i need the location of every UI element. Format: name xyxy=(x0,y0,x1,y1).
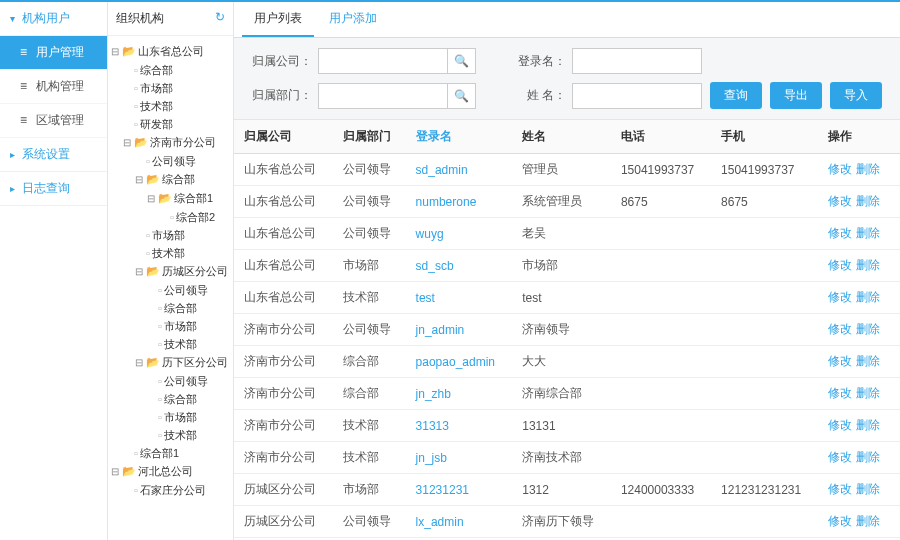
import-button[interactable]: 导入 xyxy=(830,82,882,109)
tree-node[interactable]: ⊟📂河北总公司 xyxy=(110,462,231,481)
tree-node[interactable]: ▫市场部 xyxy=(110,317,231,335)
tree-node[interactable]: ▫综合部 xyxy=(110,61,231,79)
filter-login-input[interactable] xyxy=(572,48,702,74)
delete-link[interactable]: 删除 xyxy=(856,322,880,336)
col-dept[interactable]: 归属部门 xyxy=(333,120,406,154)
edit-link[interactable]: 修改 xyxy=(828,354,852,368)
login-link[interactable]: lx_admin xyxy=(416,515,464,529)
nav-group-system[interactable]: ▸ 系统设置 xyxy=(0,138,107,172)
col-phone[interactable]: 电话 xyxy=(611,120,711,154)
edit-link[interactable]: 修改 xyxy=(828,226,852,240)
tree-node[interactable]: ▫综合部 xyxy=(110,390,231,408)
login-link[interactable]: wuyg xyxy=(416,227,444,241)
export-button[interactable]: 导出 xyxy=(770,82,822,109)
tree-node[interactable]: ⊟📂济南市分公司 xyxy=(110,133,231,152)
cell-mobile xyxy=(711,218,818,250)
login-link[interactable]: test xyxy=(416,291,435,305)
tree-toggle-icon[interactable]: ⊟ xyxy=(134,355,144,371)
col-name[interactable]: 姓名 xyxy=(512,120,611,154)
login-link[interactable]: numberone xyxy=(416,195,477,209)
tree-node[interactable]: ▫技术部 xyxy=(110,335,231,353)
login-link[interactable]: sd_admin xyxy=(416,163,468,177)
file-icon: ▫ xyxy=(158,320,162,332)
tree-toggle-icon[interactable]: ⊟ xyxy=(110,464,120,480)
tree-node[interactable]: ▫公司领导 xyxy=(110,152,231,170)
tree-toggle-icon[interactable]: ⊟ xyxy=(110,44,120,60)
edit-link[interactable]: 修改 xyxy=(828,290,852,304)
login-link[interactable]: jn_admin xyxy=(416,323,465,337)
tree-node[interactable]: ▫公司领导 xyxy=(110,372,231,390)
login-link[interactable]: sd_scb xyxy=(416,259,454,273)
col-op[interactable]: 操作 xyxy=(818,120,900,154)
edit-link[interactable]: 修改 xyxy=(828,322,852,336)
delete-link[interactable]: 删除 xyxy=(856,418,880,432)
tree-toggle-icon[interactable]: ⊟ xyxy=(134,264,144,280)
nav-group-log[interactable]: ▸ 日志查询 xyxy=(0,172,107,206)
col-login[interactable]: 登录名 xyxy=(406,120,513,154)
tree-node[interactable]: ⊟📂山东省总公司 xyxy=(110,42,231,61)
login-link[interactable]: jn_jsb xyxy=(416,451,447,465)
tree-node[interactable]: ▫市场部 xyxy=(110,226,231,244)
sidebar-item[interactable]: ≡区域管理 xyxy=(0,104,107,138)
login-link[interactable]: paopao_admin xyxy=(416,355,495,369)
tree-node[interactable]: ⊟📂历下区分公司 xyxy=(110,353,231,372)
edit-link[interactable]: 修改 xyxy=(828,162,852,176)
edit-link[interactable]: 修改 xyxy=(828,514,852,528)
search-icon[interactable]: 🔍 xyxy=(448,83,476,109)
col-company[interactable]: 归属公司 xyxy=(234,120,333,154)
nav-group-label: 机构用户 xyxy=(22,11,70,25)
tree-node[interactable]: ⊟📂综合部1 xyxy=(110,189,231,208)
tree-node[interactable]: ⊟📂历城区分公司 xyxy=(110,262,231,281)
delete-link[interactable]: 删除 xyxy=(856,450,880,464)
tree-node[interactable]: ▫综合部2 xyxy=(110,208,231,226)
delete-link[interactable]: 删除 xyxy=(856,482,880,496)
edit-link[interactable]: 修改 xyxy=(828,482,852,496)
col-mobile[interactable]: 手机 xyxy=(711,120,818,154)
delete-link[interactable]: 删除 xyxy=(856,194,880,208)
tree-node[interactable]: ▫市场部 xyxy=(110,408,231,426)
tree-toggle-icon[interactable]: ⊟ xyxy=(146,191,156,207)
edit-link[interactable]: 修改 xyxy=(828,386,852,400)
edit-link[interactable]: 修改 xyxy=(828,258,852,272)
tree-node[interactable]: ▫研发部 xyxy=(110,115,231,133)
tree-node[interactable]: ▫技术部 xyxy=(110,244,231,262)
search-icon[interactable]: 🔍 xyxy=(448,48,476,74)
tab-user-list[interactable]: 用户列表 xyxy=(242,2,314,37)
edit-link[interactable]: 修改 xyxy=(828,194,852,208)
filter-dept-input[interactable] xyxy=(318,83,448,109)
delete-link[interactable]: 删除 xyxy=(856,226,880,240)
sidebar-item[interactable]: ≡机构管理 xyxy=(0,70,107,104)
cell-op: 修改删除 xyxy=(818,250,900,282)
tree-node[interactable]: ▫市场部 xyxy=(110,79,231,97)
edit-link[interactable]: 修改 xyxy=(828,450,852,464)
login-link[interactable]: 31313 xyxy=(416,419,449,433)
delete-link[interactable]: 删除 xyxy=(856,514,880,528)
tree-node[interactable]: ⊟📂综合部 xyxy=(110,170,231,189)
delete-link[interactable]: 删除 xyxy=(856,386,880,400)
query-button[interactable]: 查询 xyxy=(710,82,762,109)
nav-group-org-users[interactable]: ▾ 机构用户 xyxy=(0,2,107,36)
filter-company-input[interactable] xyxy=(318,48,448,74)
delete-link[interactable]: 删除 xyxy=(856,162,880,176)
sidebar-item[interactable]: ≡用户管理 xyxy=(0,36,107,70)
tree-toggle-icon[interactable]: ⊟ xyxy=(134,172,144,188)
tree-node[interactable]: ▫技术部 xyxy=(110,426,231,444)
tree-toggle-icon[interactable]: ⊟ xyxy=(122,135,132,151)
cell-login: test xyxy=(406,282,513,314)
delete-link[interactable]: 删除 xyxy=(856,258,880,272)
tree-node[interactable]: ▫综合部1 xyxy=(110,444,231,462)
tree-node-label: 市场部 xyxy=(152,229,185,241)
tree-node[interactable]: ▫综合部 xyxy=(110,299,231,317)
edit-link[interactable]: 修改 xyxy=(828,418,852,432)
tree-node[interactable]: ▫技术部 xyxy=(110,97,231,115)
delete-link[interactable]: 删除 xyxy=(856,354,880,368)
login-link[interactable]: jn_zhb xyxy=(416,387,451,401)
tree-node[interactable]: ▫公司领导 xyxy=(110,281,231,299)
cell-op: 修改删除 xyxy=(818,474,900,506)
delete-link[interactable]: 删除 xyxy=(856,290,880,304)
refresh-icon[interactable]: ↻ xyxy=(215,10,225,24)
filter-name-input[interactable] xyxy=(572,83,702,109)
tab-user-add[interactable]: 用户添加 xyxy=(317,2,389,35)
login-link[interactable]: 31231231 xyxy=(416,483,469,497)
tree-node[interactable]: ▫石家庄分公司 xyxy=(110,481,231,499)
